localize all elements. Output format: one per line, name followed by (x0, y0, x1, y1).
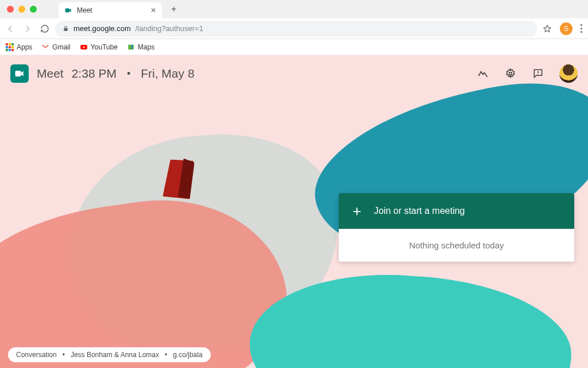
bookmark-star-icon[interactable] (543, 24, 552, 33)
settings-icon[interactable] (504, 67, 517, 80)
join-start-meeting-button[interactable]: + Join or start a meeting (339, 193, 574, 229)
apps-grid-icon (6, 43, 14, 51)
meeting-card: + Join or start a meeting Nothing schedu… (339, 193, 574, 262)
credit-artists: Jess Bonham & Anna Lomax (71, 351, 159, 359)
youtube-icon (80, 43, 88, 51)
back-button[interactable] (6, 24, 15, 33)
close-window-button[interactable] (7, 6, 14, 13)
activity-icon[interactable] (477, 67, 489, 80)
profile-initial: S (564, 25, 568, 33)
reload-button[interactable] (40, 24, 49, 33)
user-avatar[interactable] (559, 64, 578, 83)
svg-rect-4 (16, 71, 21, 76)
feedback-icon[interactable] (532, 67, 544, 80)
maps-icon (127, 43, 135, 51)
close-tab-icon[interactable]: ✕ (150, 6, 156, 14)
browser-profile-avatar[interactable]: S (560, 22, 572, 35)
bookmark-apps[interactable]: Apps (6, 43, 32, 51)
bookmarks-bar: Apps Gmail YouTube Maps (0, 39, 588, 55)
bookmark-gmail[interactable]: Gmail (41, 43, 70, 51)
meet-logo-icon (10, 64, 29, 83)
clock-date: Fri, May 8 (141, 67, 194, 80)
primary-action-label: Join or start a meeting (374, 206, 465, 216)
new-tab-button[interactable]: + (171, 4, 176, 14)
meet-favicon-icon (64, 6, 72, 14)
browser-menu-button[interactable] (581, 24, 582, 33)
tab-title: Meet (77, 6, 92, 14)
url-path: /landing?authuser=1 (136, 24, 203, 33)
lock-icon (62, 25, 69, 32)
bookmark-maps[interactable]: Maps (127, 43, 154, 51)
minimize-window-button[interactable] (18, 6, 25, 13)
credit-label: Conversation (16, 351, 57, 359)
credit-link: g.co/jbala (173, 351, 202, 359)
address-bar[interactable]: meet.google.com/landing?authuser=1 (55, 21, 537, 37)
app-header: Meet 2:38 PM • Fri, May 8 (10, 64, 578, 83)
svg-point-7 (538, 74, 539, 75)
schedule-status: Nothing scheduled today (339, 229, 574, 262)
svg-rect-0 (65, 9, 69, 13)
artwork-credit[interactable]: Conversation • Jess Bonham & Anna Lomax … (8, 347, 211, 362)
svg-rect-1 (64, 28, 67, 31)
browser-tab[interactable]: Meet ✕ (59, 2, 162, 18)
gmail-icon (41, 43, 49, 51)
app-content: Meet 2:38 PM • Fri, May 8 + (0, 55, 588, 368)
url-host: meet.google.com (74, 24, 131, 33)
window-controls (7, 6, 37, 13)
plus-icon: + (353, 204, 361, 218)
app-title: Meet (37, 67, 64, 80)
bookmark-youtube[interactable]: YouTube (80, 43, 118, 51)
separator: • (127, 68, 130, 80)
clock-time: 2:38 PM (72, 67, 117, 80)
svg-point-5 (509, 72, 512, 75)
maximize-window-button[interactable] (30, 6, 37, 13)
decorative-prism (163, 158, 194, 201)
browser-toolbar: meet.google.com/landing?authuser=1 S (0, 18, 588, 39)
window-titlebar: Meet ✕ + (0, 0, 588, 18)
forward-button[interactable] (23, 24, 32, 33)
